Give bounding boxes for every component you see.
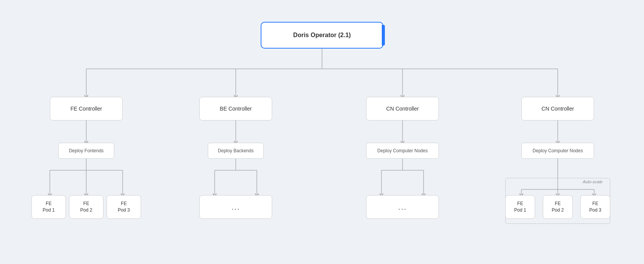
- fe-pod2-node: FEPod 2: [69, 195, 104, 219]
- cn-pod2-node: FEPod 2: [543, 195, 573, 219]
- fe-pod1-node: FEPod 1: [31, 195, 66, 219]
- cn-action-2-node: Deploy Computer Nodes: [521, 143, 594, 159]
- cn-action-1-node: Deploy Computer Nodes: [366, 143, 439, 159]
- root-node: Doris Operator (2.1): [261, 22, 383, 49]
- fe-pod3-node: FEPod 3: [107, 195, 141, 219]
- autoscale-label: Auto-scale: [583, 179, 603, 184]
- cn-pod1-node: FEPod 1: [505, 195, 535, 219]
- be-pods-ellipsis: ...: [199, 195, 272, 219]
- diagram: Doris Operator (2.1) FE Controller Deplo…: [15, 6, 629, 258]
- cn-controller-2-node: CN Controller: [521, 97, 594, 121]
- cn-controller-1-node: CN Controller: [366, 97, 439, 121]
- be-action-node: Deploy Backends: [208, 143, 264, 159]
- cn-pod3-node: FEPod 3: [580, 195, 610, 219]
- fe-controller-node: FE Controller: [50, 97, 123, 121]
- cn-pods-1-ellipsis: ...: [366, 195, 439, 219]
- fe-action-node: Deploy Fontends: [58, 143, 114, 159]
- be-controller-node: BE Controller: [199, 97, 272, 121]
